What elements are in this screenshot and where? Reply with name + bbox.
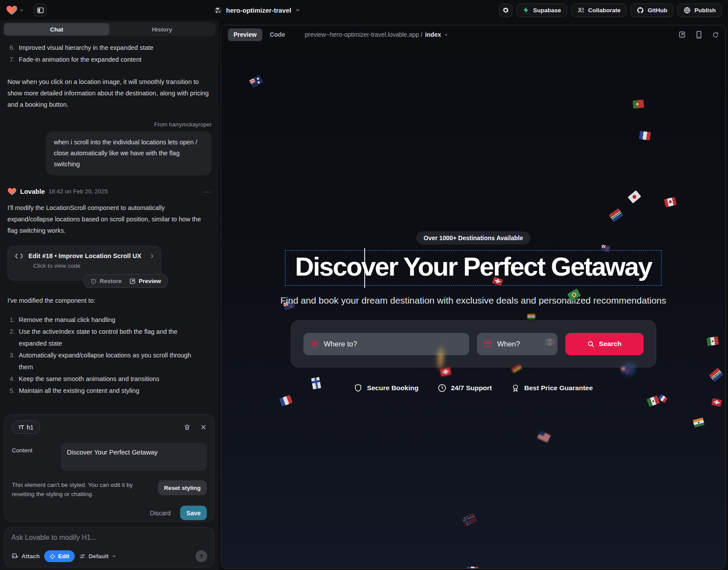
lovable-heart-logo-icon <box>6 5 17 15</box>
search-icon <box>587 340 595 348</box>
url-page: index <box>425 31 441 38</box>
save-button[interactable]: Save <box>180 506 207 520</box>
list-item: 6.Improved visual hierarchy in the expan… <box>7 42 212 54</box>
topbar-actions: Supabase Collaborate GitHub Publish <box>499 3 722 17</box>
preview-version-button[interactable]: Preview <box>129 278 161 284</box>
version-actions: Restore Preview <box>84 274 167 288</box>
collaborate-button[interactable]: Collaborate <box>571 3 627 17</box>
feature-secure-booking: Secure Booking <box>354 384 418 392</box>
h1-selection-outline[interactable]: Discover Your Perfect Getaway <box>285 250 662 286</box>
list-item: 1.Remove the manual click handling <box>7 314 212 326</box>
when-input[interactable]: When? <box>477 333 557 355</box>
hero-heading[interactable]: Discover Your Perfect Getaway <box>295 252 651 282</box>
assistant-list-top: 6.Improved visual hierarchy in the expan… <box>7 42 212 66</box>
chevron-right-icon <box>149 253 155 259</box>
github-icon <box>637 7 644 14</box>
hero-subheading: Find and book your dream destination wit… <box>280 295 666 306</box>
restore-button[interactable]: Restore <box>91 278 122 284</box>
tab-chat[interactable]: Chat <box>4 23 109 35</box>
model-default-button[interactable]: Default <box>79 553 117 560</box>
message-timestamp: 18:42 on Feb 20, 2025 <box>49 188 108 195</box>
close-icon[interactable] <box>200 424 207 430</box>
content-textarea[interactable]: Discover Your Perfect Getaway <box>61 443 207 471</box>
where-to-input[interactable]: Where to? <box>303 333 469 355</box>
chat-scroll-area[interactable]: 6.Improved visual hierarchy in the expan… <box>0 36 219 414</box>
restore-label: Restore <box>100 278 122 284</box>
gear-icon <box>502 7 509 14</box>
search-label: Search <box>599 340 622 348</box>
project-name: hero-optimizer-travel <box>226 7 291 14</box>
edit-mode-button[interactable]: Edit <box>44 550 75 562</box>
restore-icon <box>91 278 97 284</box>
publish-button[interactable]: Publish <box>677 3 722 17</box>
mobile-view-icon[interactable] <box>696 31 702 38</box>
external-link-icon <box>129 278 136 284</box>
award-icon <box>511 384 520 392</box>
tab-code[interactable]: Code <box>264 28 291 41</box>
assistant-list-bottom: 1.Remove the manual click handling2.Use … <box>7 314 212 397</box>
refresh-icon[interactable] <box>712 31 719 38</box>
edit-card-title: Edit #18 • Improve Location Scroll UX <box>28 252 144 259</box>
chevron-down-icon <box>295 7 300 13</box>
edit-version-card[interactable]: Edit #18 • Improve Location Scroll UX Cl… <box>7 246 161 280</box>
style-note: This element can't be styled. You can ed… <box>12 480 146 499</box>
chevron-down-icon <box>111 554 116 559</box>
destinations-badge: Over 1000+ Destinations Available <box>416 231 530 245</box>
text-size-icon: TT <box>18 424 24 430</box>
tab-preview[interactable]: Preview <box>228 28 262 41</box>
sidebar-tabs: Chat History <box>3 22 216 36</box>
feature-best-price: Best Price Guarantee <box>511 384 593 392</box>
list-item: 7.Fade-in animation for the expanded con… <box>7 54 212 66</box>
supabase-button[interactable]: Supabase <box>516 3 567 17</box>
more-menu-icon[interactable]: ··· <box>204 188 212 195</box>
settings-button[interactable] <box>499 3 512 17</box>
open-external-icon[interactable] <box>679 31 686 38</box>
preview-url[interactable]: preview--hero-optimizer-travel.lovable.a… <box>305 31 449 38</box>
publish-label: Publish <box>694 7 716 14</box>
attach-label: Attach <box>21 553 40 560</box>
arrow-up-icon <box>199 553 205 560</box>
top-bar: hero-optimizer-travel Supabase <box>0 0 728 20</box>
assistant-paragraph: I'll modify the LocationScroll component… <box>7 202 212 236</box>
composer-input[interactable]: Ask Lovable to modify H1... <box>11 534 207 542</box>
globe-project-icon <box>214 6 222 14</box>
search-button[interactable]: Search <box>565 333 644 355</box>
trash-icon[interactable] <box>184 423 191 431</box>
send-button[interactable] <box>195 550 207 562</box>
attach-image-icon <box>11 553 18 560</box>
discard-button[interactable]: Discard <box>150 510 171 517</box>
chat-composer: Ask Lovable to modify H1... Attach Edit <box>4 527 214 567</box>
publish-globe-icon <box>683 7 691 14</box>
preview-toolbar: Preview Code preview--hero-optimizer-tra… <box>221 25 725 44</box>
url-base: preview--hero-optimizer-travel.lovable.a… <box>305 31 422 38</box>
project-selector[interactable]: hero-optimizer-travel <box>214 6 300 14</box>
calendar-icon <box>484 340 492 348</box>
attach-button[interactable]: Attach <box>11 553 40 560</box>
list-item: 3.Automatically expand/collapse location… <box>7 350 212 373</box>
tab-history[interactable]: History <box>109 23 215 35</box>
default-label: Default <box>89 553 109 560</box>
supabase-bolt-icon <box>522 7 529 14</box>
element-tag-pill[interactable]: TT h1 <box>12 420 40 434</box>
element-editor-panel: TT h1 Content Discover Your Perfect Geta… <box>4 414 214 522</box>
site-hero-preview: Over 1000+ Destinations Available Discov… <box>221 44 725 569</box>
github-button[interactable]: GitHub <box>630 3 673 17</box>
lovable-app-window: hero-optimizer-travel Supabase <box>0 0 728 570</box>
clock-icon <box>438 384 446 392</box>
reset-styling-button[interactable]: Reset styling <box>158 480 207 495</box>
sliders-icon <box>79 553 86 560</box>
feature-label: 24/7 Support <box>451 384 492 392</box>
assistant-name: Lovable <box>20 188 45 195</box>
supabase-label: Supabase <box>533 7 561 14</box>
where-placeholder: Where to? <box>324 340 357 348</box>
feature-label: Best Price Guarantee <box>524 384 593 392</box>
sidebar-toggle-button[interactable] <box>34 3 47 17</box>
edit-card-subtitle: Click to view code <box>33 262 155 269</box>
github-label: GitHub <box>648 7 667 14</box>
chevron-down-icon <box>444 32 449 37</box>
list-item: 5.Maintain all the existing content and … <box>7 385 212 397</box>
code-icon <box>15 253 23 259</box>
lovable-logo-menu[interactable] <box>6 5 24 15</box>
people-icon <box>577 7 585 14</box>
location-pin-icon <box>310 340 319 348</box>
